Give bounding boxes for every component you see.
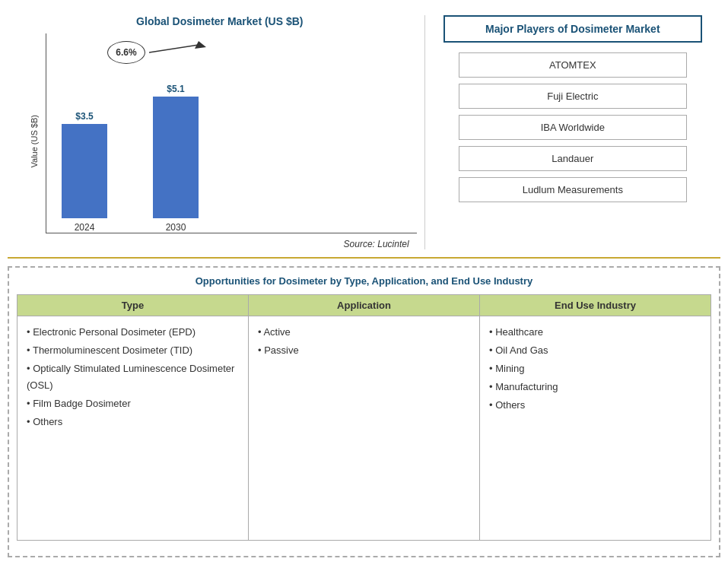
bar-2024 xyxy=(62,124,107,218)
svg-line-0 xyxy=(149,45,199,52)
chart-title: Global Dosimeter Market (US $B) xyxy=(136,15,303,27)
type-item-2: • Thermoluminescent Dosimeter (TID) xyxy=(27,342,239,359)
growth-arrow-icon xyxy=(149,41,210,64)
y-axis-label: Value (US $B) xyxy=(30,115,39,168)
type-item-1: • Electronic Personal Dosimeter (EPD) xyxy=(27,324,239,341)
enduse-item-2: • Oil And Gas xyxy=(489,342,701,359)
player-item-2: Fuji Electric xyxy=(459,84,687,109)
bar-group-2024: $3.5 2024 xyxy=(62,111,107,233)
opp-col-header-application: Application xyxy=(249,295,479,316)
type-item-3: • Optically Stimulated Luminescence Dosi… xyxy=(27,360,239,394)
bars-container: 6.6% $3.5 2024 xyxy=(46,33,417,233)
main-container: Global Dosimeter Market (US $B) Value (U… xyxy=(0,0,728,565)
bar-label-2030: 2030 xyxy=(166,222,186,233)
opp-col-enduse: End Use Industry • Healthcare • Oil And … xyxy=(480,294,711,541)
player-item-4: Landauer xyxy=(459,146,687,171)
enduse-item-4: • Manufacturing xyxy=(489,379,701,395)
player-item-1: ATOMTEX xyxy=(459,52,687,78)
type-item-4: • Film Badge Dosimeter xyxy=(27,395,239,412)
source-text: Source: Lucintel xyxy=(344,239,409,249)
enduse-item-5: • Others xyxy=(489,397,701,414)
players-title: Major Players of Dosimeter Market xyxy=(443,15,702,43)
top-section: Global Dosimeter Market (US $B) Value (U… xyxy=(8,8,720,259)
opp-col-header-enduse: End Use Industry xyxy=(480,295,711,316)
growth-annotation: 6.6% xyxy=(107,41,210,64)
app-item-1: • Active xyxy=(258,324,470,341)
opp-col-body-type: • Electronic Personal Dosimeter (EPD) • … xyxy=(17,316,248,440)
opp-col-header-type: Type xyxy=(17,295,248,316)
opp-col-type: Type • Electronic Personal Dosimeter (EP… xyxy=(17,294,249,541)
growth-circle: 6.6% xyxy=(107,41,145,64)
type-item-5: • Others xyxy=(27,414,239,430)
opportunities-title: Opportunities for Dosimeter by Type, App… xyxy=(17,275,711,287)
opp-columns: Type • Electronic Personal Dosimeter (EP… xyxy=(17,294,711,541)
players-area: Major Players of Dosimeter Market ATOMTE… xyxy=(425,8,720,257)
player-item-3: IBA Worldwide xyxy=(459,115,687,140)
enduse-item-1: • Healthcare xyxy=(489,324,701,341)
chart-area: Global Dosimeter Market (US $B) Value (U… xyxy=(8,8,424,257)
opp-col-body-application: • Active • Passive xyxy=(249,316,479,368)
bar-group-2030: $5.1 2030 xyxy=(153,84,199,233)
app-item-2: • Passive xyxy=(258,342,470,359)
bar-2030 xyxy=(153,97,199,218)
player-item-5: Ludlum Measurements xyxy=(459,177,687,202)
opp-col-application: Application • Active • Passive xyxy=(249,294,480,541)
bar-value-2024: $3.5 xyxy=(75,111,93,122)
enduse-item-3: • Mining xyxy=(489,360,701,377)
bar-value-2030: $5.1 xyxy=(167,84,184,94)
bar-label-2024: 2024 xyxy=(75,222,95,233)
bottom-section: Opportunities for Dosimeter by Type, App… xyxy=(8,266,720,557)
opp-col-body-enduse: • Healthcare • Oil And Gas • Mining • Ma… xyxy=(480,316,711,423)
